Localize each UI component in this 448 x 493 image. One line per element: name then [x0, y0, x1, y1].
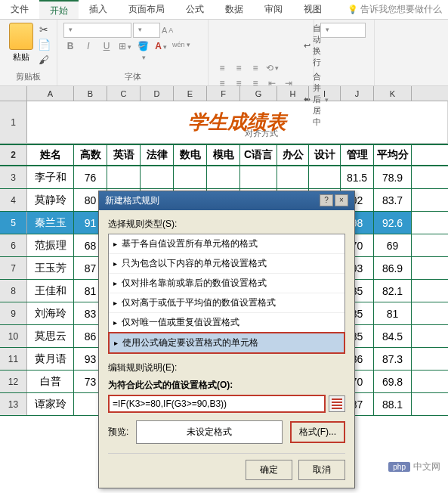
col-header[interactable]: K [374, 86, 412, 101]
paste-button[interactable]: 粘贴 [6, 23, 36, 67]
cell[interactable]: 78.9 [374, 166, 412, 188]
select-all-corner[interactable] [0, 86, 27, 101]
cancel-button[interactable]: 取消 [298, 460, 345, 480]
cell-name[interactable]: 李子和 [27, 166, 74, 188]
cell[interactable]: 81 [374, 302, 412, 324]
rule-option[interactable]: 仅对高于或低于平均值的数值设置格式 [109, 293, 344, 313]
row-header[interactable]: 3 [0, 166, 27, 188]
italic-button[interactable]: I [82, 41, 95, 62]
underline-button[interactable]: U [100, 41, 113, 62]
col-header[interactable]: B [74, 86, 107, 101]
cell[interactable]: 88.1 [374, 393, 412, 415]
col-header[interactable]: G [240, 86, 277, 101]
row-header[interactable]: 2 [0, 145, 27, 165]
tab-formulas[interactable]: 公式 [175, 0, 215, 19]
cell[interactable]: 92.6 [374, 212, 412, 234]
cell-name[interactable]: 王佳和 [27, 280, 74, 302]
row-header[interactable]: 1 [0, 101, 27, 143]
col-header[interactable]: F [207, 86, 240, 101]
cell[interactable] [277, 166, 309, 188]
cell[interactable] [174, 166, 207, 188]
border-button[interactable]: ⊞ [118, 41, 131, 62]
cell[interactable] [240, 166, 277, 188]
cell[interactable] [207, 166, 240, 188]
row-header[interactable]: 8 [0, 280, 27, 302]
rule-option[interactable]: 仅对排名靠前或靠后的数值设置格式 [109, 274, 344, 293]
header-cell[interactable]: 办公 [277, 145, 309, 165]
cell[interactable]: 84.5 [374, 325, 412, 347]
cell[interactable]: 82.1 [374, 280, 412, 302]
orientation-icon[interactable]: ⟲ [264, 60, 280, 76]
font-color-button[interactable]: A [154, 41, 168, 62]
cell-name[interactable]: 王玉芳 [27, 257, 74, 279]
row-header[interactable]: 9 [0, 302, 27, 324]
cell-name[interactable]: 黄月语 [27, 348, 74, 370]
col-header[interactable]: A [27, 86, 74, 101]
font-size-select[interactable] [133, 23, 160, 38]
tab-file[interactable]: 文件 [0, 0, 39, 19]
cell[interactable]: 81.5 [341, 166, 374, 188]
phonetic-button[interactable]: wén [172, 41, 186, 62]
header-cell[interactable]: C语言 [240, 145, 277, 165]
tell-me-search[interactable]: 💡告诉我您想要做什么 [341, 0, 448, 19]
copy-icon[interactable]: 📄 [37, 38, 51, 51]
formula-input[interactable]: =IF(K3>=80,IF(G3>=90,B3)) [108, 395, 326, 413]
cell-name[interactable]: 莫静玲 [27, 189, 74, 211]
cell[interactable]: 86.9 [374, 257, 412, 279]
col-header[interactable]: J [341, 86, 374, 101]
col-header[interactable]: E [174, 86, 207, 101]
ok-button[interactable]: 确定 [246, 460, 292, 480]
col-header[interactable]: D [141, 86, 174, 101]
header-cell[interactable]: 管理 [341, 145, 374, 165]
rule-option[interactable]: 基于各自值设置所有单元格的格式 [109, 234, 344, 254]
header-cell[interactable]: 英语 [107, 145, 141, 165]
dialog-titlebar[interactable]: 新建格式规则 ? × [99, 191, 354, 210]
font-family-select[interactable] [63, 23, 131, 38]
format-painter-icon[interactable]: 🖌 [37, 53, 51, 67]
row-header[interactable]: 7 [0, 257, 27, 279]
col-header[interactable]: I [309, 86, 341, 101]
col-header[interactable]: H [277, 86, 309, 101]
rule-type-list[interactable]: 基于各自值设置所有单元格的格式 只为包含以下内容的单元格设置格式 仅对排名靠前或… [108, 234, 345, 354]
cell[interactable] [141, 166, 174, 188]
tab-layout[interactable]: 页面布局 [118, 0, 175, 19]
header-cell[interactable]: 姓名 [27, 145, 74, 165]
tab-home[interactable]: 开始 [39, 0, 79, 19]
row-header[interactable]: 13 [0, 393, 27, 415]
header-cell[interactable]: 平均分 [374, 145, 412, 165]
sheet-title[interactable]: 学生成绩表 [27, 101, 448, 143]
cell[interactable]: 76 [74, 166, 107, 188]
cell-name[interactable]: 范振理 [27, 234, 74, 256]
cell-name[interactable]: 谭家玲 [27, 393, 74, 415]
col-header[interactable]: C [107, 86, 141, 101]
cell[interactable]: 69 [374, 234, 412, 256]
fill-color-button[interactable]: 🪣 [136, 41, 150, 62]
header-cell[interactable]: 法律 [141, 145, 174, 165]
tab-review[interactable]: 审阅 [254, 0, 293, 19]
header-cell[interactable]: 设计 [309, 145, 341, 165]
header-cell[interactable]: 高数 [74, 145, 107, 165]
cell[interactable]: 87.3 [374, 348, 412, 370]
row-header[interactable]: 4 [0, 189, 27, 211]
cell-name[interactable]: 秦兰玉 [27, 212, 74, 234]
align-bottom-icon[interactable]: ≡ [248, 60, 263, 76]
cut-icon[interactable]: ✂ [37, 23, 51, 36]
tab-data[interactable]: 数据 [215, 0, 254, 19]
align-middle-icon[interactable]: ≡ [231, 60, 246, 76]
cell[interactable]: 69.8 [374, 371, 412, 392]
row-header[interactable]: 6 [0, 234, 27, 256]
bold-button[interactable]: B [63, 41, 77, 62]
header-cell[interactable]: 数电 [174, 145, 207, 165]
row-header[interactable]: 12 [0, 371, 27, 392]
cell-name[interactable]: 刘海玲 [27, 302, 74, 324]
cell[interactable] [309, 166, 341, 188]
cell-name[interactable]: 莫思云 [27, 325, 74, 347]
dialog-close-button[interactable]: × [335, 194, 348, 206]
cell[interactable]: 83.7 [374, 189, 412, 211]
increase-font-icon[interactable]: A [162, 26, 167, 35]
decrease-font-icon[interactable]: A [168, 26, 173, 34]
cell-name[interactable]: 白普 [27, 371, 74, 392]
range-selector-button[interactable] [329, 395, 345, 412]
tab-view[interactable]: 视图 [293, 0, 332, 19]
format-button[interactable]: 格式(F)... [290, 421, 345, 443]
